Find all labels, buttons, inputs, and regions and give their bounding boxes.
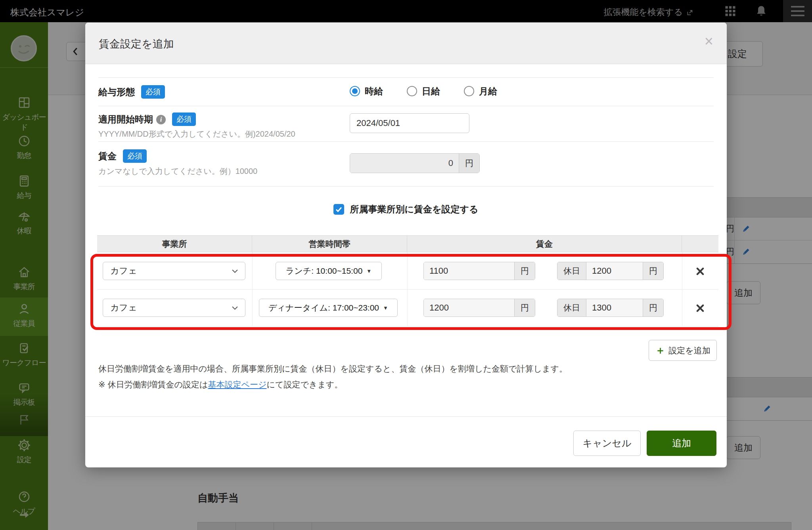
- radio-hourly[interactable]: 時給: [350, 85, 383, 97]
- cancel-button[interactable]: キャンセル: [573, 431, 641, 456]
- note-suffix: にて設定できます。: [266, 380, 343, 389]
- holiday-prefix: 休日: [557, 299, 586, 316]
- office-select-value: カフェ: [110, 302, 137, 314]
- start-date-label: 適用開始時期: [98, 113, 153, 126]
- row-divider: [97, 289, 718, 290]
- add-setting-label: 設定を追加: [668, 345, 710, 356]
- required-badge: 必須: [123, 149, 147, 163]
- pay-type-label-row: 給与形態必須: [98, 85, 165, 99]
- wage-input[interactable]: [350, 154, 459, 173]
- wage-hint: カンマなしで入力してください。例）10000: [98, 166, 257, 177]
- office-select[interactable]: カフェ: [103, 299, 245, 317]
- add-setting-button[interactable]: ＋ 設定を追加: [649, 340, 717, 361]
- required-badge: 必須: [141, 85, 165, 99]
- modal-header: 賃金設定を追加 ×: [85, 23, 727, 64]
- caret-down-icon: ▼: [366, 268, 372, 274]
- wage-input-group-row1: 円: [423, 262, 535, 280]
- radio-label: 時給: [365, 85, 383, 97]
- divider: [98, 186, 714, 187]
- column-header-office: 事業所: [97, 236, 252, 252]
- column-header-wage: 賃金: [407, 236, 682, 252]
- chevron-down-icon: [232, 269, 238, 273]
- divider: [98, 106, 714, 106]
- radio-unselected-icon[interactable]: [407, 86, 417, 96]
- delete-row-icon[interactable]: [696, 304, 704, 312]
- column-header-actions: [682, 236, 718, 252]
- yen-suffix: 円: [643, 299, 663, 316]
- holiday-note-line1: 休日労働割増賃金を適用中の場合、所属事業所別に賃金（休日）を設定すると、賃金（休…: [98, 363, 567, 374]
- office-select[interactable]: カフェ: [103, 262, 245, 280]
- yen-suffix: 円: [514, 299, 535, 316]
- wage-input-group: 円: [350, 153, 480, 173]
- required-badge: 必須: [172, 112, 196, 126]
- row-divider: [97, 326, 718, 326]
- note-prefix: ※ 休日労働割増賃金の設定は: [98, 380, 208, 389]
- delete-row-icon[interactable]: [696, 267, 704, 275]
- yen-suffix: 円: [514, 262, 535, 280]
- modal-title: 賃金設定を追加: [99, 37, 174, 51]
- holiday-note-line2: ※ 休日労働割増賃金の設定は基本設定ページにて設定できます。: [98, 379, 343, 390]
- wage-label-row: 賃金必須: [98, 149, 147, 163]
- wage-input[interactable]: [424, 299, 514, 316]
- pay-type-label: 給与形態: [98, 86, 135, 98]
- start-date-label-row: 適用開始時期i必須: [98, 112, 196, 126]
- office-select-value: カフェ: [110, 265, 137, 277]
- chevron-down-icon: [232, 306, 238, 310]
- submit-add-button[interactable]: 追加: [647, 431, 716, 456]
- radio-selected-icon[interactable]: [350, 86, 360, 96]
- wage-input-group-row2: 円: [423, 299, 535, 317]
- divider: [98, 77, 714, 78]
- per-office-checkbox-label: 所属事業所別に賃金を設定する: [350, 203, 478, 215]
- close-icon[interactable]: ×: [705, 34, 713, 49]
- yen-suffix: 円: [643, 262, 663, 280]
- add-wage-setting-modal: 賃金設定を追加 × 給与形態必須 時給 日給 月給 適用開始時期i必須 YYYY…: [85, 23, 727, 467]
- pay-type-radio-group: 時給 日給 月給: [350, 81, 497, 101]
- table-header-row: 事業所 営業時間帯 賃金: [97, 236, 718, 252]
- holiday-wage-group-row2: 休日 円: [557, 299, 664, 317]
- holiday-wage-input[interactable]: [586, 299, 643, 316]
- plus-icon: ＋: [655, 345, 665, 355]
- timeslot-value: ランチ: 10:00~15:00: [286, 265, 363, 276]
- radio-daily[interactable]: 日給: [407, 85, 440, 97]
- per-office-checkbox-row: 所属事業所別に賃金を設定する: [85, 203, 727, 215]
- holiday-prefix: 休日: [557, 262, 586, 280]
- holiday-wage-group-row1: 休日 円: [557, 262, 664, 280]
- start-date-input[interactable]: [350, 113, 469, 133]
- footer-divider: [85, 416, 727, 417]
- info-icon[interactable]: i: [156, 115, 166, 124]
- radio-label: 月給: [479, 85, 497, 97]
- radio-unselected-icon[interactable]: [464, 86, 474, 96]
- basic-settings-link[interactable]: 基本設定ページ: [208, 380, 266, 389]
- timeslot-dropdown[interactable]: ランチ: 10:00~15:00 ▼: [276, 262, 382, 280]
- timeslot-value: ディナータイム: 17:00~23:00: [268, 302, 379, 313]
- column-header-timeslot: 営業時間帯: [252, 236, 407, 252]
- yen-suffix: 円: [459, 154, 479, 173]
- caret-down-icon: ▼: [383, 305, 388, 311]
- start-date-hint: YYYY/MM/DD形式で入力してください。例)2024/05/20: [98, 129, 295, 139]
- cancel-label: キャンセル: [583, 437, 632, 450]
- wage-input[interactable]: [424, 262, 514, 280]
- radio-monthly[interactable]: 月給: [464, 85, 497, 97]
- divider: [98, 141, 714, 142]
- holiday-wage-input[interactable]: [586, 262, 643, 280]
- checkbox-checked-icon[interactable]: [333, 204, 344, 215]
- office-wage-table: 事業所 営業時間帯 賃金 カフェ ランチ: 10:00~15:00 ▼ 円 休日…: [97, 235, 718, 326]
- wage-label: 賃金: [98, 150, 117, 162]
- radio-label: 日給: [422, 85, 440, 97]
- submit-label: 追加: [672, 437, 691, 450]
- timeslot-dropdown[interactable]: ディナータイム: 17:00~23:00 ▼: [259, 299, 398, 317]
